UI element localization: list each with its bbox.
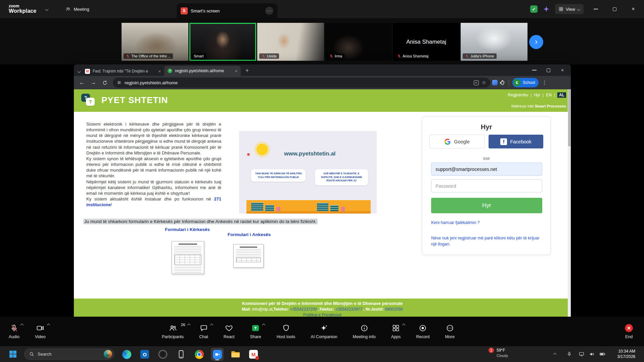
nav-lang-en[interactable]: EN xyxy=(546,93,552,97)
footer-telefax[interactable]: +35542233977 xyxy=(335,307,362,312)
google-login-button[interactable]: Google xyxy=(429,135,485,148)
toolbar-apps[interactable]: Apps xyxy=(391,324,401,339)
taskbar-app-gmail[interactable]: M xyxy=(247,348,260,361)
tab-options-icon[interactable]: ··· xyxy=(265,7,273,15)
share-options-chevron[interactable] xyxy=(262,324,266,327)
participant-tile-ueida[interactable]: Ueida xyxy=(257,23,324,61)
toolbar-video[interactable]: Video xyxy=(35,324,46,339)
taskbar-search[interactable]: Search xyxy=(24,349,114,360)
mic-muted-icon xyxy=(126,54,130,58)
next-participants-button[interactable]: › xyxy=(529,35,543,49)
browser-maximize-button[interactable] xyxy=(541,64,555,76)
browser-menu-icon[interactable]: ⋮ xyxy=(541,80,549,86)
taskbar-app-chrome[interactable] xyxy=(193,348,205,361)
page-scrollbar[interactable] xyxy=(568,89,571,317)
browser-close-button[interactable]: × xyxy=(555,64,569,76)
bookmark-star-icon[interactable]: ☆ xyxy=(482,80,486,86)
scrollbar-thumb[interactable] xyxy=(568,89,570,146)
privacy-policy-link[interactable]: Politikat e Privatësisë xyxy=(303,313,341,317)
window-maximize-button[interactable] xyxy=(608,0,621,18)
toolbar-audio[interactable]: Audio xyxy=(9,324,19,339)
new-tab-button[interactable]: + xyxy=(243,66,251,75)
participant-tile-smart[interactable]: Smart xyxy=(189,23,256,61)
taskbar-app-file-explorer[interactable] xyxy=(229,348,242,361)
complaint-form-thumbnail[interactable] xyxy=(233,244,264,268)
video-options-chevron[interactable] xyxy=(47,324,50,327)
toolbar-meeting-info[interactable]: Meeting info xyxy=(353,324,376,339)
window-minimize-button[interactable] xyxy=(589,0,602,18)
view-button[interactable]: View xyxy=(555,4,584,14)
toolbar-ai-companion[interactable]: AI Companion xyxy=(311,324,337,339)
tray-chevron-up-icon[interactable] xyxy=(553,353,557,356)
toolbar-participants[interactable]: 26 Participants xyxy=(162,324,184,339)
chat-options-chevron[interactable] xyxy=(210,324,213,327)
facebook-login-button[interactable]: f Facebook xyxy=(489,135,543,148)
tab-close-icon[interactable]: × xyxy=(158,69,161,74)
nav-login-link[interactable]: Hyr xyxy=(534,93,540,97)
taskbar-app-camera[interactable] xyxy=(156,348,169,361)
tray-mic-icon[interactable] xyxy=(567,352,572,358)
toolbar-record[interactable]: Record xyxy=(416,324,429,339)
participant-tile-anisa[interactable]: Anisa Shametaj Anisa Shametaj xyxy=(393,23,460,61)
back-button[interactable]: ← xyxy=(77,78,87,87)
toolbar-host-tools[interactable]: Host tools xyxy=(277,324,295,339)
toolbar-share[interactable]: Share xyxy=(250,324,261,339)
taskbar-app-edge[interactable] xyxy=(120,348,133,361)
extensions-puzzle-icon[interactable] xyxy=(500,80,505,86)
toolbar-more[interactable]: More xyxy=(445,324,454,339)
participants-options-chevron[interactable] xyxy=(187,324,190,327)
tab-close-icon[interactable]: × xyxy=(235,69,237,74)
profile-chip[interactable]: E School xyxy=(512,78,539,87)
participant-tile-irma[interactable]: Irma xyxy=(325,23,392,61)
browser-tab-gmail[interactable]: M Fwd: Trajnim mbi "Të Drejtën e × xyxy=(82,66,164,76)
security-shield-icon[interactable]: ✓ xyxy=(530,5,538,13)
smart-processes-link[interactable]: Smart Processes xyxy=(535,104,566,108)
participant-tile-office[interactable]: The Office of the Infor… xyxy=(122,23,188,61)
email-field[interactable] xyxy=(431,163,542,176)
register-link[interactable]: Nëse nuk jeni regjistruar më parë klikon… xyxy=(431,235,541,247)
tray-volume-icon[interactable] xyxy=(589,352,594,358)
translate-icon[interactable]: A xyxy=(474,80,479,85)
participant-tile-julita[interactable]: Julita's iPhone xyxy=(461,23,527,61)
browser-tab-pyetshtetin[interactable]: ? regjistri.pyetshtetin.al/home × xyxy=(164,66,241,76)
password-field[interactable] xyxy=(431,179,542,192)
site-info-icon[interactable] xyxy=(117,80,122,85)
taskbar-app-outlook[interactable]: O xyxy=(138,348,151,361)
window-close-button[interactable]: × xyxy=(627,0,640,18)
search-highlight-image[interactable] xyxy=(104,350,112,358)
tab-smarts-screen[interactable]: S Smart's screen ··· xyxy=(177,3,277,18)
taskbar-clock[interactable]: 10:34 AM 3/17/2026 xyxy=(617,349,635,359)
audio-options-chevron[interactable] xyxy=(20,324,24,327)
login-submit-button[interactable]: Hyr xyxy=(431,198,542,213)
nav-lang-al[interactable]: AL xyxy=(557,92,566,98)
footer-email[interactable]: info@idp.al xyxy=(252,307,272,312)
start-button[interactable] xyxy=(9,350,17,360)
toolbar-chat[interactable]: Chat xyxy=(199,324,208,339)
taskbar-app-zoom[interactable] xyxy=(211,348,224,361)
footer-green-number[interactable]: 08002050 xyxy=(385,307,403,312)
tab-search-chevron-icon[interactable] xyxy=(78,70,81,73)
form-complaint-link[interactable]: Formulari i Ankesës xyxy=(220,232,278,237)
request-form-thumbnail[interactable] xyxy=(172,241,204,274)
end-meeting-button[interactable]: End xyxy=(625,324,633,339)
browser-minimize-button[interactable] xyxy=(527,64,541,76)
tab-meeting[interactable]: Meeting xyxy=(65,6,89,12)
ai-sparkle-icon[interactable] xyxy=(543,6,550,12)
tray-battery-icon[interactable] xyxy=(600,352,605,358)
form-request-link[interactable]: Formulari i Kërkesës xyxy=(158,227,216,232)
pinned-extension-icon[interactable] xyxy=(492,80,498,85)
address-bar[interactable]: regjistri.pyetshtetin.al/home A ☆ xyxy=(113,78,490,88)
weather-widget[interactable]: 59°F Cloudy xyxy=(497,348,508,358)
forgot-password-link[interactable]: Keni harruar fjalëkalimin ? xyxy=(431,220,480,225)
footer-phone[interactable]: +35542237200 xyxy=(290,307,317,312)
toolbar-react[interactable]: React xyxy=(224,324,235,339)
url-text[interactable]: regjistri.pyetshtetin.al/home xyxy=(125,80,471,85)
apps-options-chevron[interactable] xyxy=(402,324,405,327)
reload-button[interactable] xyxy=(100,78,109,87)
nav-register-link[interactable]: Regjistrohu xyxy=(508,93,528,97)
taskbar-app-phone-link[interactable] xyxy=(175,348,187,361)
tray-display-icon[interactable] xyxy=(579,352,584,358)
site-logo[interactable]: ? ? PYET SHTETIN xyxy=(81,92,168,108)
chevron-down-icon[interactable] xyxy=(45,7,49,11)
forward-button[interactable]: → xyxy=(89,78,98,87)
